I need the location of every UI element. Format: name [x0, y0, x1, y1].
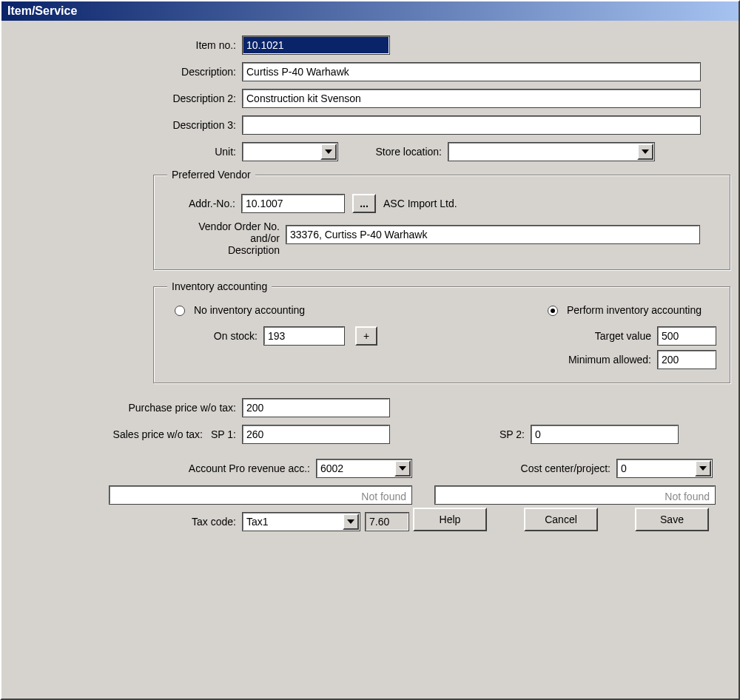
vendor-name-text: ASC Import Ltd.: [383, 198, 457, 209]
cancel-button[interactable]: Cancel: [524, 508, 598, 531]
perform-inventory-label: Perform inventory accounting: [567, 304, 702, 316]
window-title: Item/Service: [1, 1, 739, 21]
description3-input[interactable]: [242, 115, 701, 135]
item-no-label: Item no.:: [20, 39, 242, 51]
description2-label: Description 2:: [20, 92, 242, 104]
on-stock-input[interactable]: [263, 326, 345, 346]
cost-center-dropdown-btn[interactable]: [695, 460, 711, 477]
vendor-lookup-button[interactable]: ...: [352, 194, 376, 213]
cost-center-not-found: Not found: [434, 485, 716, 505]
tax-rate-display: [365, 512, 409, 531]
sp2-input[interactable]: [531, 425, 679, 444]
cost-center-label: Cost center/project:: [411, 462, 616, 474]
revenue-acc-dropdown-btn[interactable]: [394, 460, 411, 477]
target-value-input[interactable]: [657, 326, 716, 346]
minimum-allowed-label: Minimum allowed:: [539, 354, 657, 366]
chevron-down-icon: [699, 466, 707, 471]
description2-input[interactable]: [242, 89, 701, 108]
sp2-label: SP 2:: [390, 428, 531, 440]
on-stock-plus-button[interactable]: +: [355, 326, 377, 346]
store-location-select[interactable]: [448, 142, 655, 161]
radio-on-icon: [548, 306, 558, 316]
description-input[interactable]: [242, 62, 701, 81]
content-area: Item no.: Description: Description 2: De…: [1, 21, 739, 553]
radio-off-icon: [175, 306, 185, 316]
preferred-vendor-legend: Preferred Vendor: [167, 169, 255, 181]
vendor-order-label2: Description: [167, 244, 280, 256]
chevron-down-icon: [325, 149, 332, 154]
no-inventory-radio[interactable]: No inventory accounting: [175, 304, 305, 316]
preferred-vendor-group: Preferred Vendor Addr.-No.: ... ASC Impo…: [153, 169, 730, 270]
unit-label: Unit:: [20, 146, 242, 158]
chevron-down-icon: [399, 466, 406, 471]
sales-price-label: Sales price w/o tax:: [20, 428, 209, 440]
save-button[interactable]: Save: [635, 508, 709, 531]
perform-inventory-radio[interactable]: Perform inventory accounting: [548, 304, 702, 316]
revenue-acc-label: Account Pro revenue acc.:: [20, 462, 316, 474]
inventory-legend: Inventory accounting: [167, 280, 272, 292]
on-stock-label: On stock:: [167, 330, 263, 342]
target-value-label: Target value: [539, 330, 657, 342]
help-button[interactable]: Help: [413, 508, 487, 531]
chevron-down-icon: [347, 519, 354, 524]
addr-no-label: Addr.-No.:: [167, 198, 241, 209]
description-label: Description:: [20, 66, 242, 78]
purchase-price-input[interactable]: [242, 398, 390, 417]
unit-dropdown-btn[interactable]: [320, 144, 337, 160]
purchase-price-label: Purchase price w/o tax:: [20, 402, 242, 414]
inventory-accounting-group: Inventory accounting No inventory accoun…: [153, 280, 730, 383]
tax-code-dropdown-btn[interactable]: [343, 514, 359, 530]
vendor-order-input[interactable]: [286, 225, 700, 244]
item-no-input[interactable]: [242, 36, 390, 55]
description3-label: Description 3:: [20, 119, 242, 131]
sp1-label: SP 1:: [209, 428, 242, 440]
store-location-dropdown-btn[interactable]: [637, 144, 653, 160]
revenue-not-found: Not found: [109, 485, 412, 505]
minimum-allowed-input[interactable]: [657, 350, 716, 369]
tax-code-label: Tax code:: [20, 516, 242, 528]
no-inventory-label: No inventory accounting: [194, 304, 305, 316]
vendor-order-label1: Vendor Order No. and/or: [167, 221, 280, 244]
store-location-label: Store location:: [337, 146, 448, 158]
sp1-input[interactable]: [242, 425, 390, 444]
chevron-down-icon: [642, 149, 649, 154]
addr-no-input[interactable]: [241, 194, 345, 213]
item-service-window: Item/Service Item no.: Description: Desc…: [0, 0, 740, 700]
